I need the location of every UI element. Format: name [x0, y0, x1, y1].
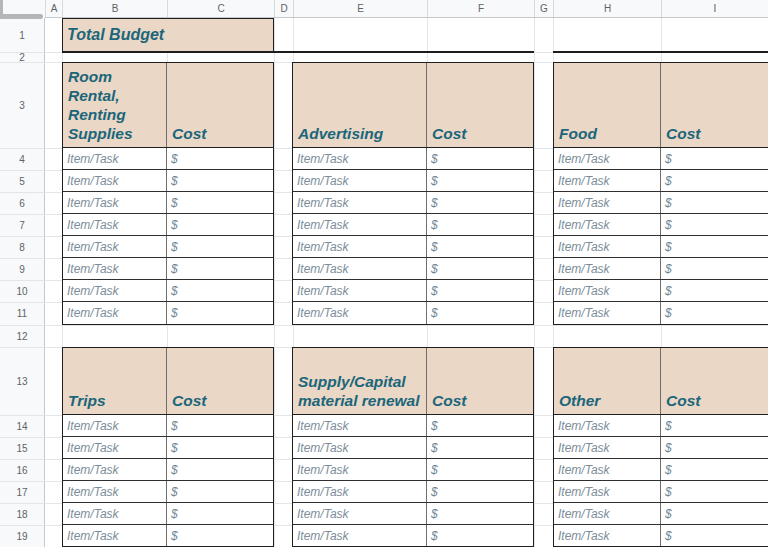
row-header-1[interactable]: 1	[0, 18, 44, 52]
item-cell[interactable]: Item/Task	[63, 214, 167, 235]
cost-cell[interactable]: $	[427, 170, 533, 191]
cost-cell[interactable]: $	[661, 258, 768, 279]
row-header-13[interactable]: 13	[0, 347, 44, 415]
cost-header-cell[interactable]: Cost	[661, 63, 768, 147]
item-cell[interactable]: Item/Task	[63, 148, 167, 169]
item-cell[interactable]: Item/Task	[293, 148, 427, 169]
item-cell[interactable]: Item/Task	[293, 302, 427, 324]
column-header-H[interactable]: H	[553, 0, 661, 17]
cost-cell[interactable]: $	[167, 258, 273, 279]
item-cell[interactable]: Item/Task	[293, 214, 427, 235]
item-cell[interactable]: Item/Task	[554, 170, 661, 191]
column-header-I[interactable]: I	[661, 0, 768, 17]
cost-cell[interactable]: $	[661, 170, 768, 191]
row-header-18[interactable]: 18	[0, 503, 44, 525]
item-cell[interactable]: Item/Task	[63, 415, 167, 436]
row-header-7[interactable]: 7	[0, 214, 44, 236]
column-header-B[interactable]: B	[62, 0, 167, 17]
column-header-F[interactable]: F	[427, 0, 534, 17]
item-cell[interactable]: Item/Task	[293, 459, 427, 480]
total-budget-cell[interactable]: Total Budget	[62, 18, 274, 52]
row-header-14[interactable]: 14	[0, 415, 44, 437]
cost-cell[interactable]: $	[427, 258, 533, 279]
item-cell[interactable]: Item/Task	[554, 258, 661, 279]
cost-cell[interactable]: $	[427, 192, 533, 213]
cost-cell[interactable]: $	[427, 214, 533, 235]
cost-cell[interactable]: $	[167, 415, 273, 436]
section-title-cell[interactable]: Advertising	[293, 63, 427, 147]
item-cell[interactable]: Item/Task	[293, 236, 427, 257]
cost-cell[interactable]: $	[427, 302, 533, 324]
item-cell[interactable]: Item/Task	[554, 214, 661, 235]
cost-cell[interactable]: $	[661, 236, 768, 257]
cost-cell[interactable]: $	[167, 525, 273, 547]
cost-cell[interactable]: $	[167, 148, 273, 169]
item-cell[interactable]: Item/Task	[63, 302, 167, 324]
cost-cell[interactable]: $	[661, 415, 768, 436]
cost-header-cell[interactable]: Cost	[427, 348, 533, 414]
cost-cell[interactable]: $	[427, 459, 533, 480]
cost-cell[interactable]: $	[661, 280, 768, 301]
item-cell[interactable]: Item/Task	[293, 170, 427, 191]
cost-cell[interactable]: $	[427, 236, 533, 257]
item-cell[interactable]: Item/Task	[293, 437, 427, 458]
item-cell[interactable]: Item/Task	[63, 459, 167, 480]
cost-cell[interactable]: $	[427, 148, 533, 169]
row-header-11[interactable]: 11	[0, 302, 44, 325]
item-cell[interactable]: Item/Task	[554, 525, 661, 547]
row-header-19[interactable]: 19	[0, 525, 44, 547]
item-cell[interactable]: Item/Task	[63, 236, 167, 257]
cost-cell[interactable]: $	[661, 192, 768, 213]
section-title-cell[interactable]: Trips	[63, 348, 167, 414]
item-cell[interactable]: Item/Task	[293, 503, 427, 524]
item-cell[interactable]: Item/Task	[63, 481, 167, 502]
item-cell[interactable]: Item/Task	[293, 415, 427, 436]
row-header-9[interactable]: 9	[0, 258, 44, 280]
item-cell[interactable]: Item/Task	[63, 525, 167, 547]
cost-cell[interactable]: $	[661, 148, 768, 169]
item-cell[interactable]: Item/Task	[293, 258, 427, 279]
cost-header-cell[interactable]: Cost	[427, 63, 533, 147]
section-title-cell[interactable]: Room Rental, Renting Supplies	[63, 63, 167, 147]
cost-header-cell[interactable]: Cost	[661, 348, 768, 414]
cost-cell[interactable]: $	[167, 236, 273, 257]
item-cell[interactable]: Item/Task	[554, 459, 661, 480]
column-header-E[interactable]: E	[293, 0, 427, 17]
row-header-15[interactable]: 15	[0, 437, 44, 459]
cost-cell[interactable]: $	[167, 170, 273, 191]
item-cell[interactable]: Item/Task	[63, 280, 167, 301]
cost-cell[interactable]: $	[427, 525, 533, 547]
cost-cell[interactable]: $	[167, 302, 273, 324]
section-title-cell[interactable]: Other	[554, 348, 661, 414]
row-header-10[interactable]: 10	[0, 280, 44, 302]
item-cell[interactable]: Item/Task	[63, 437, 167, 458]
item-cell[interactable]: Item/Task	[293, 481, 427, 502]
item-cell[interactable]: Item/Task	[554, 503, 661, 524]
item-cell[interactable]: Item/Task	[293, 192, 427, 213]
row-header-12[interactable]: 12	[0, 325, 44, 347]
cost-header-cell[interactable]: Cost	[167, 348, 273, 414]
cost-cell[interactable]: $	[661, 437, 768, 458]
cost-cell[interactable]: $	[661, 214, 768, 235]
item-cell[interactable]: Item/Task	[554, 236, 661, 257]
cost-cell[interactable]: $	[167, 280, 273, 301]
row-header-8[interactable]: 8	[0, 236, 44, 258]
row-header-17[interactable]: 17	[0, 481, 44, 503]
cost-cell[interactable]: $	[427, 503, 533, 524]
cost-cell[interactable]: $	[167, 192, 273, 213]
cost-cell[interactable]: $	[427, 481, 533, 502]
cost-cell[interactable]: $	[661, 459, 768, 480]
row-header-16[interactable]: 16	[0, 459, 44, 481]
cost-cell[interactable]: $	[661, 481, 768, 502]
row-header-3[interactable]: 3	[0, 62, 44, 148]
section-title-cell[interactable]: Supply/Capital material renewal	[293, 348, 427, 414]
cost-cell[interactable]: $	[427, 415, 533, 436]
section-title-cell[interactable]: Food	[554, 63, 661, 147]
item-cell[interactable]: Item/Task	[554, 415, 661, 436]
cost-cell[interactable]: $	[167, 437, 273, 458]
item-cell[interactable]: Item/Task	[554, 437, 661, 458]
column-header-D[interactable]: D	[274, 0, 293, 17]
cost-cell[interactable]: $	[427, 437, 533, 458]
frozen-pane-handle-horizontal[interactable]	[0, 14, 43, 19]
cost-cell[interactable]: $	[661, 302, 768, 324]
